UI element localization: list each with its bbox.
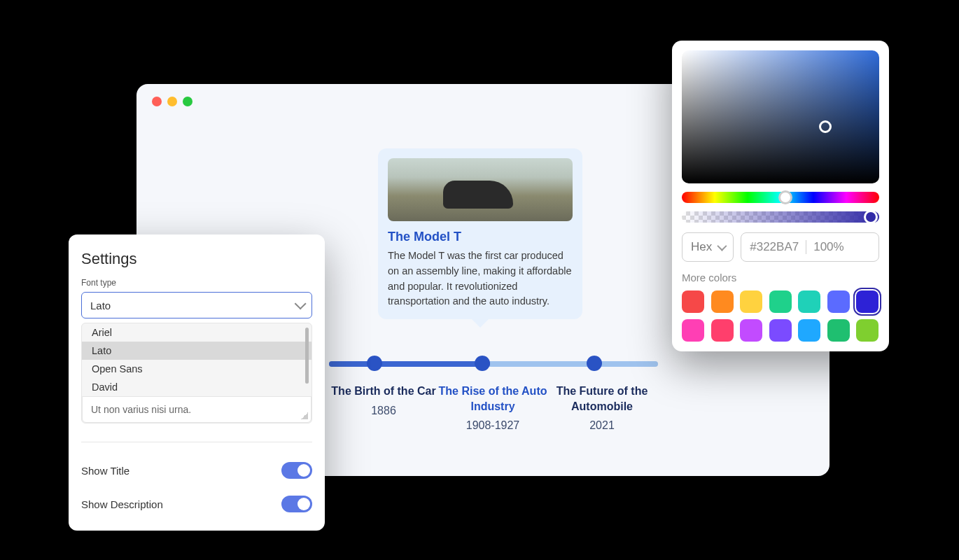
separator	[806, 240, 806, 254]
font-dropdown: Ariel Lato Open Sans David Ut non varius…	[81, 323, 312, 424]
alpha-thumb[interactable]	[864, 210, 878, 224]
color-swatch[interactable]	[856, 290, 878, 313]
color-swatch[interactable]	[827, 319, 850, 342]
settings-panel: Settings Font type Lato Ariel Lato Open …	[69, 234, 325, 531]
font-select-value: Lato	[90, 300, 111, 312]
timeline-item-year: 1886	[329, 405, 438, 417]
color-swatch[interactable]	[711, 319, 734, 342]
timeline-labels: The Birth of the Car 1886 The Rise of th…	[329, 384, 658, 432]
color-format-label: Hex	[691, 240, 712, 254]
close-icon[interactable]	[152, 97, 162, 106]
event-description: The Model T was the first car produced o…	[388, 248, 573, 309]
color-swatch[interactable]	[856, 319, 878, 342]
color-picker-panel: Hex #322BA7 100% More colors	[672, 41, 889, 351]
timeline-item-year: 2021	[547, 419, 657, 432]
color-swatch[interactable]	[740, 319, 762, 342]
color-swatch[interactable]	[798, 319, 820, 342]
font-select[interactable]: Lato	[81, 292, 312, 318]
timeline-item[interactable]: The Rise of the Auto Industry 1908-1927	[438, 384, 547, 432]
color-swatch[interactable]	[682, 290, 704, 313]
color-swatch[interactable]	[711, 290, 734, 313]
event-title: The Model T	[388, 230, 573, 244]
hue-slider[interactable]	[682, 192, 879, 203]
show-title-row: Show Title	[81, 454, 312, 487]
zoom-icon[interactable]	[183, 97, 192, 106]
chevron-down-icon	[295, 298, 307, 309]
timeline-track[interactable]	[329, 361, 658, 367]
show-description-toggle[interactable]	[281, 496, 312, 512]
toggle-label: Show Description	[81, 498, 163, 510]
font-option[interactable]: Ariel	[82, 323, 312, 342]
color-cursor-icon[interactable]	[819, 120, 832, 133]
event-image	[388, 158, 573, 221]
hex-value: #322BA7	[750, 240, 799, 254]
alpha-slider[interactable]	[682, 211, 879, 223]
color-swatch[interactable]	[682, 319, 704, 342]
timeline-event-card: The Model T The Model T was the first ca…	[378, 148, 582, 319]
color-swatch[interactable]	[769, 290, 792, 313]
font-option[interactable]: Lato	[82, 342, 312, 360]
text-input[interactable]: Ut non varius nisi urna.	[82, 396, 312, 423]
timeline-node[interactable]	[587, 356, 602, 371]
font-option[interactable]: David	[82, 378, 312, 396]
color-swatch[interactable]	[740, 290, 762, 313]
divider	[81, 442, 312, 442]
timeline-node[interactable]	[367, 356, 382, 371]
timeline-item-year: 1908-1927	[438, 419, 547, 432]
font-type-label: Font type	[81, 278, 312, 288]
settings-title: Settings	[81, 250, 312, 268]
color-swatch[interactable]	[827, 290, 850, 313]
more-colors-label: More colors	[682, 272, 879, 284]
toggle-label: Show Title	[81, 465, 130, 477]
timeline-item[interactable]: The Birth of the Car 1886	[329, 384, 438, 432]
hue-thumb[interactable]	[778, 190, 792, 204]
timeline-node[interactable]	[475, 356, 490, 371]
timeline-progress	[329, 361, 490, 367]
color-value-row: Hex #322BA7 100%	[682, 232, 879, 262]
show-description-row: Show Description	[81, 487, 312, 521]
font-option[interactable]: Open Sans	[82, 360, 312, 378]
timeline-item-title: The Birth of the Car	[329, 384, 438, 399]
swatch-grid	[682, 290, 879, 342]
opacity-value: 100%	[813, 240, 844, 254]
show-title-toggle[interactable]	[281, 462, 312, 479]
chevron-down-icon	[718, 241, 727, 251]
color-hex-input[interactable]: #322BA7 100%	[741, 232, 879, 262]
minimize-icon[interactable]	[167, 97, 177, 106]
color-swatch[interactable]	[798, 290, 820, 313]
timeline-item[interactable]: The Future of the Automobile 2021	[547, 384, 657, 432]
timeline-item-title: The Future of the Automobile	[547, 384, 657, 414]
color-saturation-field[interactable]	[682, 50, 879, 183]
color-swatch[interactable]	[769, 319, 792, 342]
color-format-select[interactable]: Hex	[682, 232, 734, 262]
timeline-item-title: The Rise of the Auto Industry	[438, 384, 547, 414]
